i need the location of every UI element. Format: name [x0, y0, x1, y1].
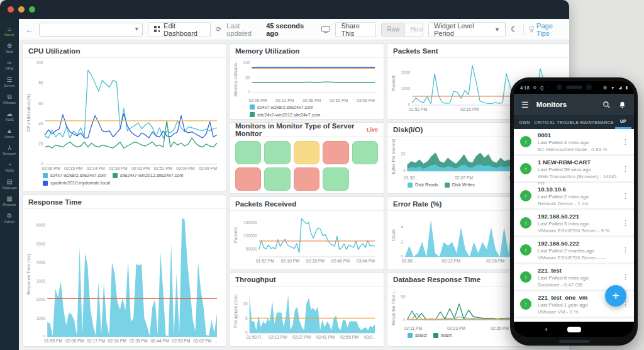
kebab-menu-icon[interactable]: ⋮: [622, 246, 629, 254]
monitor-list-item[interactable]: ↑ 10.10.10.6 Last Polled 2 mins ago Netw…: [514, 183, 634, 210]
legend-item[interactable]: insert: [433, 332, 452, 338]
monitor-tile-6-down[interactable]: [235, 167, 261, 191]
card-title-memory: Memory Utilization: [235, 47, 299, 55]
rum-icon: ◔: [8, 161, 11, 168]
monitor-tile-1-up[interactable]: [235, 141, 261, 164]
monitor-name: 0001: [538, 132, 620, 139]
hamburger-menu-icon[interactable]: ☰: [521, 100, 529, 110]
legend-item[interactable]: spadmin2010.mydomain.local: [250, 120, 317, 120]
x-tick-label: 02:10 PM: [460, 107, 479, 111]
zoom-window-button[interactable]: [29, 6, 35, 13]
svg-text:0: 0: [403, 318, 406, 321]
svg-text:2000: 2000: [401, 71, 411, 75]
svg-text:0: 0: [403, 169, 406, 172]
sidebar-item-apm[interactable]: ∞ APM: [0, 59, 19, 71]
close-window-button[interactable]: [8, 6, 14, 13]
cpu-utilization-chart[interactable]: 020406080100: [32, 60, 221, 165]
phone-tab-maintenance[interactable]: MAINTENANCE: [580, 115, 614, 129]
legend-item[interactable]: select: [408, 332, 427, 338]
monitor-list-item[interactable]: ↑ 192.168.50.222 Last Polled 2 months ag…: [514, 237, 634, 264]
search-icon[interactable]: [602, 101, 611, 109]
sidebar-item-label: APM: [5, 67, 13, 71]
legend-item[interactable]: Disk Reads: [408, 182, 438, 188]
legend-item[interactable]: site24x7-win2012.site24x7.com: [113, 172, 183, 178]
card-response-time: Response Time Response Time (ms) 0100020…: [22, 195, 226, 347]
svg-text:1000: 1000: [36, 316, 46, 320]
dashboard-select[interactable]: [39, 23, 143, 37]
applogs-icon: ▤: [6, 178, 12, 185]
page-tips-link[interactable]: Page Tips: [529, 22, 563, 37]
monitor-tile-9-up[interactable]: [323, 167, 348, 191]
widget-level-period-select[interactable]: Widget Level Period▼: [428, 22, 506, 37]
sidebar-item-azure[interactable]: ▲ Azure: [0, 127, 19, 138]
sidebar-item-web[interactable]: ⊕ Web: [0, 42, 19, 54]
screen-share-icon[interactable]: [321, 26, 330, 33]
throughput-chart[interactable]: 0510: [239, 290, 379, 334]
phone-tab-up[interactable]: UP: [615, 115, 631, 129]
kebab-menu-icon[interactable]: ⋮: [622, 165, 629, 173]
kebab-menu-icon[interactable]: ⋮: [622, 192, 629, 200]
monitor-list-item[interactable]: ↑ 0001 Last Polled 4 mins ago EC Memcach…: [514, 129, 634, 156]
x-tick-label: 02:36 PM: [303, 98, 321, 103]
kebab-menu-icon[interactable]: ⋮: [622, 219, 629, 227]
sidebar-item-applogs[interactable]: ▤ AppLogs: [0, 178, 19, 189]
legend-item[interactable]: s24x7-w2k8r2.site24x7.com: [43, 172, 106, 178]
sidebar-item-vmware[interactable]: ⧉ VMware: [0, 93, 19, 104]
dark-mode-moon-icon[interactable]: ☾: [511, 25, 518, 34]
card-title-monitor-grid: Monitors in Monitor Type of Server Monit…: [235, 122, 363, 137]
sidebar-item-network[interactable]: ⅄ Network: [0, 144, 19, 155]
card-title-error-rate: Error Rate (%): [393, 200, 441, 208]
kebab-menu-icon[interactable]: ⋮: [622, 273, 629, 281]
sidebar-item-server[interactable]: ☰ Server: [0, 76, 19, 88]
response-time-chart[interactable]: 0100020003000400050006000: [32, 212, 221, 337]
phone-tab-critical[interactable]: CRITICAL: [534, 115, 555, 129]
android-back-button[interactable]: ‹: [545, 325, 548, 334]
x-tick-label: 03:0..: [364, 335, 375, 339]
x-tick-label: 02:44 PM: [151, 339, 169, 343]
legend-item[interactable]: Disk Writes: [445, 182, 475, 188]
edit-dashboard-button[interactable]: Edit Dashboard: [148, 22, 211, 37]
share-this-button[interactable]: Share This: [335, 22, 377, 37]
raw-toggle-option[interactable]: Raw: [382, 23, 404, 36]
add-monitor-fab[interactable]: +: [605, 285, 626, 307]
sidebar-item-label: AppLogs: [2, 186, 17, 189]
minimize-window-button[interactable]: [18, 6, 25, 13]
legend-item[interactable]: spadmin2010.mydomain.local: [43, 180, 110, 186]
refresh-icon[interactable]: ⟳: [216, 25, 221, 33]
packets-received-chart[interactable]: 50000100000150000: [239, 213, 379, 257]
svg-text:40: 40: [38, 121, 43, 126]
phone-tab-trouble[interactable]: TROUBLE: [557, 115, 579, 129]
last-updated-value: 45 seconds ago: [266, 22, 311, 37]
x-tick-label: 03:04 PM: [357, 259, 375, 263]
sidebar-item-home[interactable]: ⌂ Home: [0, 25, 19, 37]
sidebar-item-label: Web: [6, 50, 13, 54]
svg-text:6000: 6000: [36, 223, 46, 227]
kebab-menu-icon[interactable]: ⋮: [622, 138, 629, 146]
monitor-list-item[interactable]: ↑ 1 NEW-RBM-CART Last Polled 59 secs ago…: [514, 156, 634, 183]
monitor-tile-3-trouble[interactable]: [294, 141, 319, 164]
memory-utilization-chart[interactable]: 050100: [239, 60, 379, 93]
x-tick-label: 02:11 PM: [404, 326, 423, 330]
chart-legend: s24x7-w2k8r2.site24x7.comsite24x7-win201…: [232, 103, 379, 120]
bell-icon[interactable]: [618, 101, 626, 109]
hour-toggle-option[interactable]: Hour: [404, 23, 423, 36]
monitor-tile-4-down[interactable]: [323, 141, 348, 164]
legend-item[interactable]: s24x7-w2k8r2.site24x7.com: [250, 104, 313, 110]
phone-tab-own[interactable]: OWN: [516, 115, 533, 129]
monitor-tile-5-up[interactable]: [352, 141, 378, 164]
sidebar-item-admin[interactable]: ⚙ Admin: [0, 212, 19, 223]
notification-app-icon: ⊙: [533, 85, 536, 90]
legend-item[interactable]: site24x7-win2012.site24x7.com: [250, 112, 320, 118]
sidebar-item-reports[interactable]: ▦ Reports: [0, 195, 19, 206]
x-tick-label: 01:52 PM: [256, 259, 274, 263]
sidebar-item-rum[interactable]: ◔ RUM: [0, 161, 19, 172]
phone-tab-bar: OWNCRITICALTROUBLEMAINTENANCEUP: [514, 115, 634, 129]
monitor-tile-7-up[interactable]: [264, 167, 290, 191]
monitor-tile-2-up[interactable]: [264, 141, 290, 164]
sidebar-item-aws[interactable]: ☁ AWS: [0, 110, 19, 121]
back-arrow-icon[interactable]: ←: [25, 25, 34, 35]
monitor-list-item[interactable]: ↑ 192.168.50.221 Last Polled 3 mins ago …: [514, 210, 634, 237]
monitor-tile-8-down[interactable]: [294, 167, 319, 191]
android-home-button[interactable]: [567, 327, 581, 332]
card-cpu-utilization: CPU Utilization CPU Utilization (%) 0204…: [22, 43, 226, 192]
